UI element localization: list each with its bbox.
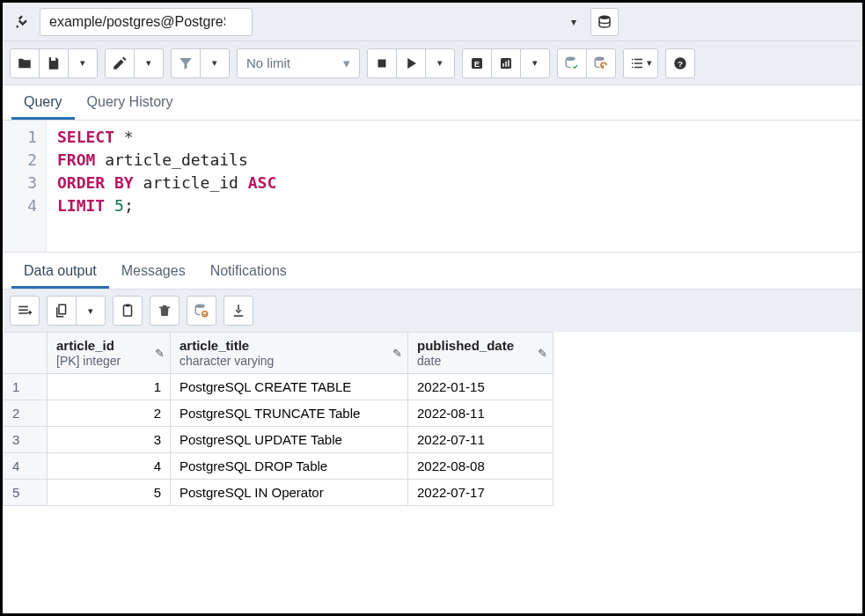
code-line[interactable]: ORDER BY article_id ASC xyxy=(57,172,852,194)
chevron-down-icon: ▾ xyxy=(146,57,151,69)
open-button[interactable] xyxy=(10,48,40,78)
analyze-button[interactable] xyxy=(491,48,521,78)
svg-point-9 xyxy=(595,56,605,61)
save-dropdown-button[interactable]: ▾ xyxy=(68,48,98,78)
tab-notifications[interactable]: Notifications xyxy=(198,254,299,289)
save-icon xyxy=(46,55,62,71)
filter-dropdown-button[interactable]: ▾ xyxy=(200,48,230,78)
row-number[interactable]: 2 xyxy=(4,400,48,427)
run-button[interactable] xyxy=(396,48,426,78)
copy-icon xyxy=(54,303,70,319)
tab-query[interactable]: Query xyxy=(11,85,75,120)
edit-dropdown-button[interactable]: ▾ xyxy=(134,48,164,78)
line-number: 2 xyxy=(3,149,37,172)
line-number: 3 xyxy=(3,172,37,194)
cell-published-date[interactable]: 2022-08-11 xyxy=(408,400,553,427)
save-data-button[interactable] xyxy=(187,296,216,326)
cell-published-date[interactable]: 2022-07-17 xyxy=(408,480,553,506)
cell-published-date[interactable]: 2022-07-11 xyxy=(408,427,553,453)
chevron-down-icon[interactable]: ▾ xyxy=(571,16,576,28)
tab-query-history[interactable]: Query History xyxy=(75,85,186,120)
macro-button[interactable]: ▾ xyxy=(623,48,658,78)
svg-rect-5 xyxy=(502,63,504,67)
table-row[interactable]: 33PostgreSQL UPDATE Table2022-07-11 xyxy=(4,427,553,453)
table-row[interactable]: 22PostgreSQL TRUNCATE Table2022-08-11 xyxy=(4,400,553,427)
cell-article-title[interactable]: PostgreSQL DROP Table xyxy=(171,453,408,480)
column-header-article_id[interactable]: article_id[PK] integer✎ xyxy=(48,333,171,374)
connection-input[interactable] xyxy=(40,8,253,36)
svg-point-0 xyxy=(599,15,610,19)
row-number[interactable]: 5 xyxy=(4,480,48,506)
code-line[interactable]: SELECT * xyxy=(57,126,852,149)
chevron-down-icon: ▾ xyxy=(647,57,652,69)
code-line[interactable]: LIMIT 5; xyxy=(57,194,852,217)
line-number: 1 xyxy=(3,126,37,149)
filter-icon xyxy=(178,55,194,71)
cell-article-title[interactable]: PostgreSQL TRUNCATE Table xyxy=(171,400,408,427)
tab-data-output[interactable]: Data output xyxy=(11,254,109,289)
stop-button[interactable] xyxy=(367,48,397,78)
explain-button[interactable]: E xyxy=(462,48,492,78)
pencil-icon[interactable]: ✎ xyxy=(392,347,402,360)
tab-messages[interactable]: Messages xyxy=(109,254,198,289)
code-area[interactable]: SELECT *FROM article_detailsORDER BY art… xyxy=(47,121,862,252)
table-row[interactable]: 44PostgreSQL DROP Table2022-08-08 xyxy=(4,453,553,480)
svg-rect-12 xyxy=(124,305,132,316)
svg-rect-6 xyxy=(505,61,507,66)
chevron-down-icon: ▾ xyxy=(80,57,85,69)
download-button[interactable] xyxy=(224,296,253,326)
cell-article-id[interactable]: 2 xyxy=(48,400,171,427)
sql-editor[interactable]: 1234 SELECT *FROM article_detailsORDER B… xyxy=(3,121,862,253)
column-type: character varying xyxy=(180,354,274,368)
commit-button[interactable] xyxy=(557,48,587,78)
column-header-article_title[interactable]: article_titlecharacter varying✎ xyxy=(171,333,408,374)
clipboard-icon xyxy=(120,303,136,319)
column-header-published_date[interactable]: published_datedate✎ xyxy=(408,333,553,374)
row-number[interactable]: 4 xyxy=(4,453,48,480)
analyze-dropdown-button[interactable]: ▾ xyxy=(520,48,550,78)
db-rollback-icon xyxy=(593,55,609,71)
edit-button[interactable] xyxy=(105,48,135,78)
cell-article-id[interactable]: 5 xyxy=(48,480,171,506)
pencil-icon xyxy=(112,55,128,71)
new-connection-button[interactable] xyxy=(590,8,619,36)
cell-published-date[interactable]: 2022-08-08 xyxy=(408,453,553,480)
svg-rect-7 xyxy=(508,60,509,67)
cell-article-title[interactable]: PostgreSQL IN Operator xyxy=(171,480,408,506)
row-number[interactable]: 3 xyxy=(4,427,48,453)
save-button[interactable] xyxy=(39,48,69,78)
pencil-icon[interactable]: ✎ xyxy=(538,347,547,360)
rows-plus-icon xyxy=(17,303,33,319)
line-gutter: 1234 xyxy=(3,121,47,252)
cell-article-title[interactable]: PostgreSQL UPDATE Table xyxy=(171,427,408,453)
cell-published-date[interactable]: 2022-01-15 xyxy=(408,374,553,400)
copy-button[interactable] xyxy=(47,296,77,326)
run-dropdown-button[interactable]: ▾ xyxy=(425,48,455,78)
cell-article-title[interactable]: PostgreSQL CREATE TABLE xyxy=(171,374,408,400)
stop-icon xyxy=(374,55,390,71)
svg-rect-1 xyxy=(378,59,386,67)
pencil-icon[interactable]: ✎ xyxy=(155,347,165,360)
row-number[interactable]: 1 xyxy=(4,374,48,400)
svg-text:?: ? xyxy=(678,58,683,68)
rollback-button[interactable] xyxy=(586,48,616,78)
limit-select[interactable]: No limit ▾ xyxy=(237,48,360,78)
paste-button[interactable] xyxy=(113,296,143,326)
connection-bar: ▾ xyxy=(3,3,862,41)
table-row[interactable]: 55PostgreSQL IN Operator2022-07-17 xyxy=(4,480,553,506)
cell-article-id[interactable]: 3 xyxy=(48,427,171,453)
add-row-button[interactable] xyxy=(10,296,40,326)
result-toolbar: ▾ xyxy=(3,290,862,332)
code-line[interactable]: FROM article_details xyxy=(57,149,852,172)
table-row[interactable]: 11PostgreSQL CREATE TABLE2022-01-15 xyxy=(4,374,553,400)
column-title: article_title xyxy=(180,338,399,353)
cell-article-id[interactable]: 4 xyxy=(48,453,171,480)
column-type: date xyxy=(417,354,441,368)
delete-button[interactable] xyxy=(150,296,180,326)
cell-article-id[interactable]: 1 xyxy=(48,374,171,400)
help-button[interactable]: ? xyxy=(665,48,695,78)
chevron-down-icon: ▾ xyxy=(343,55,350,71)
filter-button[interactable] xyxy=(171,48,201,78)
help-icon: ? xyxy=(672,55,688,71)
copy-dropdown-button[interactable]: ▾ xyxy=(76,296,106,326)
